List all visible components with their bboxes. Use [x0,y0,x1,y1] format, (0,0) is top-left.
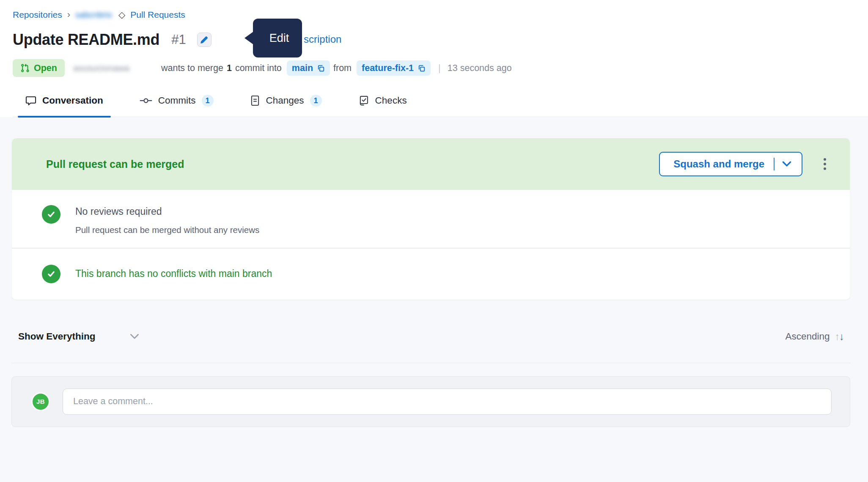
merge-actions: Squash and merge [659,152,829,176]
pull-request-page: Repositories › sabcnbrio ◇ Pull Requests… [0,0,868,482]
commit-count: 1 [227,63,232,74]
commit-icon [140,96,152,105]
from-text: from [333,63,352,74]
active-tab-underline [18,116,111,118]
header-section: Repositories › sabcnbrio ◇ Pull Requests… [0,0,868,117]
tab-conversation[interactable]: Conversation [18,95,111,117]
merge-banner: Pull request can be merged Squash and me… [12,138,850,190]
head-branch-badge: feature-fix-1 [357,60,431,76]
speech-bubble-icon [25,95,36,106]
conflict-check-row: This branch has no conflicts with main b… [12,249,850,299]
status-divider: | [438,63,441,74]
tab-checks[interactable]: Checks [351,95,415,117]
changes-count-badge: 1 [310,95,322,107]
edit-title-button[interactable] [197,33,212,47]
sort-arrows-icon: ↑ ↓ [835,331,844,342]
page-title: Update README.md [13,31,159,49]
title-row: Update README.md #1 [13,31,868,48]
edit-tooltip: Edit [253,19,302,58]
copy-head-branch-button[interactable] [418,64,426,72]
pr-status-label: Open [34,63,57,74]
timeline-divider [11,363,850,363]
breadcrumb-repositories-link[interactable]: Repositories [13,10,62,20]
timeline-controls: Show Everything Ascending ↑ ↓ [11,331,850,342]
kebab-dot [824,163,826,165]
kebab-dot [824,167,826,170]
commits-count-badge: 1 [202,95,214,107]
check-circle-icon [42,205,60,224]
status-row: Open asusucionawa wants to merge 1 commi… [13,59,868,77]
breadcrumb-repo-link-redacted[interactable]: sabcnbrio [75,10,116,20]
tab-label: Changes [266,95,304,106]
pr-author-redacted: asusucionawa [73,63,158,73]
merge-button-label: Squash and merge [673,158,764,170]
base-branch-link[interactable]: main [292,63,313,74]
tab-label: Commits [158,95,196,106]
git-pull-request-icon [20,63,30,73]
arrow-down-icon: ↓ [839,331,844,342]
file-icon [250,95,260,106]
copy-base-branch-button[interactable] [317,64,325,72]
chevron-down-icon[interactable] [782,161,791,167]
merge-status-card: Pull request can be merged Squash and me… [11,138,850,300]
check-circle-icon [42,265,60,283]
breadcrumb-separator: › [67,9,70,20]
repo-diamond-icon: ◇ [118,10,125,20]
tab-label: Checks [375,95,407,106]
tab-commits[interactable]: Commits 1 [132,95,221,117]
tooltip-arrow-icon [244,31,254,45]
pr-status-badge: Open [13,59,65,77]
add-description-link-partial[interactable]: scription [304,33,341,45]
merge-banner-heading: Pull request can be merged [46,158,184,170]
conversation-panel: Pull request can be merged Squash and me… [0,117,868,482]
tab-changes[interactable]: Changes 1 [242,95,330,117]
breadcrumb: Repositories › sabcnbrio ◇ Pull Requests [13,9,868,20]
review-check-title: No reviews required [75,203,259,217]
pencil-icon [200,36,208,44]
checklist-icon [358,95,369,106]
copy-icon [317,64,325,72]
tab-label: Conversation [42,95,103,106]
head-branch-link[interactable]: feature-fix-1 [362,63,414,74]
button-divider [774,158,775,170]
comment-input[interactable] [63,389,832,415]
avatar: JB [31,392,50,411]
base-branch-badge: main [287,60,330,76]
created-time: 13 seconds ago [448,63,512,74]
tab-bar: Conversation Commits 1 [13,95,868,117]
more-options-kebab-button[interactable] [821,156,829,173]
squash-and-merge-button[interactable]: Squash and merge [659,152,802,176]
copy-icon [418,64,426,72]
breadcrumb-pull-requests-link[interactable]: Pull Requests [130,10,185,20]
review-check-row: No reviews required Pull request can be … [12,190,850,248]
kebab-dot [824,158,826,161]
review-check-body: No reviews required Pull request can be … [75,203,259,235]
conflict-check-title: This branch has no conflicts with main b… [75,268,272,279]
comment-box: JB [11,376,850,427]
edit-tooltip-label: Edit [269,32,289,45]
filter-label: Show Everything [18,331,96,342]
sort-label: Ascending [785,331,830,342]
pr-number: #1 [171,32,186,47]
merge-text-2: commit into [235,63,282,74]
chevron-down-icon [129,334,140,340]
review-check-subtitle: Pull request can be merged without any r… [75,225,259,235]
merge-text: wants to merge [161,63,223,74]
sort-toggle[interactable]: Ascending ↑ ↓ [785,331,844,342]
filter-dropdown[interactable]: Show Everything [18,331,140,342]
